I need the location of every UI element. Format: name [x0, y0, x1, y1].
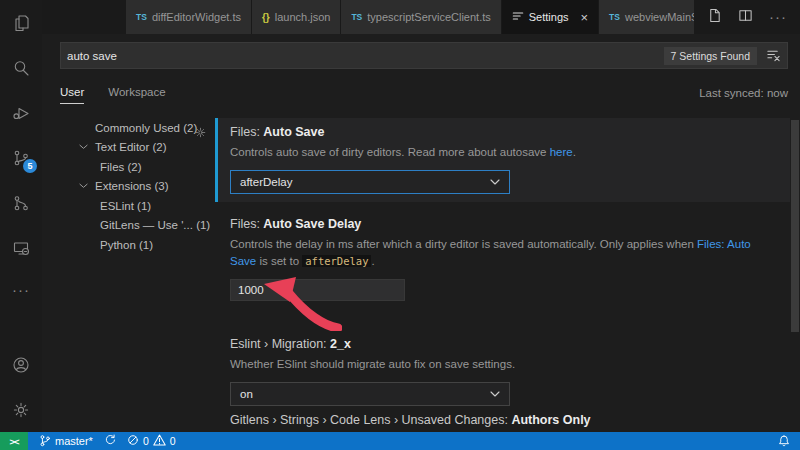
toc-item-gitlens[interactable]: GitLens — Use '... (1): [78, 216, 233, 236]
notifications-bell[interactable]: [778, 434, 790, 449]
toc-item-python[interactable]: Python (1): [78, 235, 233, 255]
setting-title: Files: Auto Save Delay: [230, 217, 776, 231]
setting-description: Whether ESlint should migrate auto fix o…: [230, 356, 776, 373]
scrollbar-thumb[interactable]: [791, 120, 799, 332]
vscode-window: 5 ··· TS diffEditorWidget.ts {} launch.j…: [0, 0, 800, 450]
settings-filter-icon: [512, 10, 524, 24]
setting-title: Eslint › Migration: 2_x: [230, 337, 776, 351]
chevron-down-icon: [490, 179, 500, 185]
typescript-file-icon: TS: [351, 12, 362, 22]
warnings-count: 0: [170, 435, 176, 447]
search-icon[interactable]: [0, 45, 42, 90]
tab-label: typescriptServiceClient.ts: [367, 11, 491, 23]
branch-indicator[interactable]: master*: [39, 434, 93, 449]
input-value: 1000: [238, 284, 264, 296]
explorer-icon[interactable]: [0, 0, 42, 45]
setting-gear-icon[interactable]: [194, 125, 207, 143]
scope-tabs-row: User Workspace Last synced: now: [60, 78, 788, 104]
typescript-file-icon: TS: [609, 12, 620, 22]
sync-icon: [104, 434, 116, 448]
more-actions-icon[interactable]: ···: [769, 12, 787, 22]
select-value: afterDelay: [240, 176, 292, 188]
remote-icon: ><: [9, 436, 18, 447]
tab-launch-json[interactable]: {} launch.json: [252, 0, 341, 34]
toc-item-files[interactable]: Files (2): [78, 157, 233, 177]
chevron-down-icon: [79, 144, 88, 150]
setting-gitlens-unsaved-changes: Gitlens › Strings › Code Lens › Unsaved …: [215, 406, 790, 427]
gitlens-icon[interactable]: [0, 180, 42, 225]
toc-item-eslint[interactable]: ESLint (1): [78, 196, 233, 216]
scope-tab-user[interactable]: User: [60, 86, 84, 104]
remote-indicator[interactable]: ><: [0, 432, 28, 450]
setting-description: Controls the delay in ms after which a d…: [230, 236, 776, 270]
typescript-file-icon: TS: [136, 12, 147, 22]
sync-button[interactable]: [104, 434, 116, 448]
last-synced-label: Last synced: now: [699, 87, 788, 104]
afterdelay-code-span: afterDelay: [302, 255, 371, 267]
tab-diffeditorwidget[interactable]: TS diffEditorWidget.ts: [126, 0, 252, 34]
branch-name: master*: [55, 435, 93, 447]
auto-save-select[interactable]: afterDelay: [230, 170, 510, 194]
toc-item-text-editor[interactable]: Text Editor (2): [78, 138, 233, 158]
manage-gear-icon[interactable]: [0, 387, 42, 432]
chevron-down-icon: [490, 391, 500, 397]
setting-eslint-migration: Eslint › Migration: 2_x Whether ESlint s…: [215, 330, 790, 406]
settings-body: Commonly Used (2) Text Editor (2) Files …: [42, 110, 800, 432]
toc-item-extensions[interactable]: Extensions (3): [78, 177, 233, 197]
settings-toc: Commonly Used (2) Text Editor (2) Files …: [78, 118, 233, 255]
toc-item-commonly-used[interactable]: Commonly Used (2): [78, 118, 233, 138]
setting-description: Controls auto save of dirty editors. Rea…: [230, 144, 776, 161]
setting-title: Files: Auto Save: [230, 125, 776, 139]
warnings-icon: [153, 434, 166, 448]
annotation-arrow: [262, 276, 342, 331]
tab-bar-spacer: [42, 0, 126, 34]
remote-explorer-icon[interactable]: [0, 225, 42, 270]
setting-files-auto-save: Files: Auto Save Controls auto save of d…: [215, 118, 790, 202]
tab-bar: TS diffEditorWidget.ts {} launch.json TS…: [42, 0, 800, 34]
clear-filters-icon[interactable]: [766, 48, 781, 63]
account-icon[interactable]: [0, 342, 42, 387]
select-value: on: [240, 388, 253, 400]
activity-bar: 5 ···: [0, 0, 42, 432]
bell-icon: [778, 434, 790, 449]
tab-label: Settings: [529, 11, 569, 23]
autosave-here-link[interactable]: here: [550, 146, 573, 158]
tab-typescriptserviceclient[interactable]: TS typescriptServiceClient.ts: [341, 0, 501, 34]
tab-label: diffEditorWidget.ts: [152, 11, 241, 23]
problems-indicator[interactable]: 0 0: [127, 434, 176, 448]
results-count-badge: 7 Settings Found: [664, 47, 757, 65]
editor-actions: ···: [694, 0, 800, 34]
json-file-icon: {}: [262, 12, 270, 23]
status-bar: >< master* 0 0: [0, 432, 800, 450]
settings-editor: auto save 7 Settings Found User Workspac…: [42, 34, 800, 432]
errors-icon: [127, 434, 139, 448]
errors-count: 0: [143, 435, 149, 447]
scope-tab-workspace[interactable]: Workspace: [108, 86, 165, 104]
more-views-icon[interactable]: ···: [0, 270, 42, 310]
setting-title: Gitlens › Strings › Code Lens › Unsaved …: [230, 413, 776, 427]
split-editor-icon[interactable]: [738, 8, 753, 27]
branch-icon: [39, 434, 51, 449]
chevron-down-icon: [79, 183, 88, 189]
scm-badge: 5: [23, 159, 37, 173]
tab-label: launch.json: [275, 11, 331, 23]
open-settings-json-icon[interactable]: [707, 8, 722, 27]
tab-settings[interactable]: Settings ×: [502, 0, 599, 34]
search-query: auto save: [67, 50, 664, 62]
eslint-migration-select[interactable]: on: [230, 382, 510, 406]
settings-search-input[interactable]: auto save 7 Settings Found: [60, 42, 788, 69]
run-debug-icon[interactable]: [0, 90, 42, 135]
close-icon[interactable]: ×: [581, 10, 589, 25]
source-control-icon[interactable]: 5: [0, 135, 42, 180]
